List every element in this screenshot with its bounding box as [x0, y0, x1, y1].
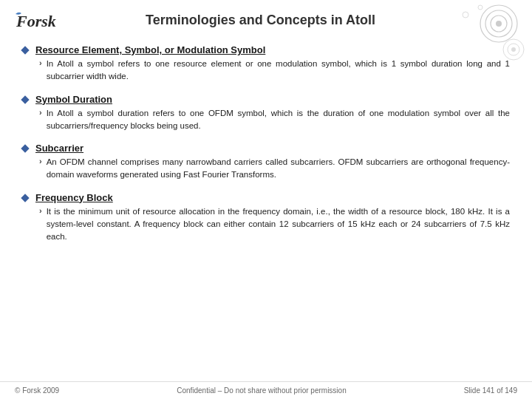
- section-4-text: It is the minimum unit of resource alloc…: [47, 205, 510, 244]
- diamond-icon-2: [21, 95, 29, 103]
- section-1-title: Resource Element, Symbol, or Modulation …: [35, 44, 510, 55]
- section-2-subitem: › In Atoll a symbol duration refers to o…: [39, 107, 510, 133]
- sub-arrow-3: ›: [39, 157, 42, 166]
- bullet-2: [22, 94, 35, 103]
- section-3-subitem: › An OFDM channel comprises many narrowb…: [39, 156, 510, 182]
- sub-arrow-1: ›: [39, 58, 42, 67]
- header: Forsk Terminologies and Concepts in Atol…: [0, 0, 532, 37]
- section-4-content: Frequency Block › It is the minimum unit…: [35, 192, 510, 244]
- section-frequency-block: Frequency Block › It is the minimum unit…: [22, 192, 510, 244]
- section-1-text: In Atoll a symbol refers to one resource…: [47, 58, 510, 83]
- sub-arrow-2: ›: [39, 108, 42, 117]
- page-title: Terminologies and Concepts in Atoll: [4, 13, 517, 28]
- diamond-icon-3: [21, 144, 29, 152]
- section-2-text: In Atoll a symbol duration refers to one…: [47, 107, 510, 133]
- section-1-subitem: › In Atoll a symbol refers to one resour…: [39, 58, 510, 83]
- bullet-1: [22, 44, 35, 53]
- diamond-icon-4: [21, 194, 29, 202]
- footer-copyright: © Forsk 2009: [15, 386, 59, 395]
- section-3-text: An OFDM channel comprises many narrowban…: [47, 156, 510, 182]
- section-4-title: Frequency Block: [35, 192, 510, 203]
- sub-arrow-4: ›: [39, 206, 42, 215]
- bullet-4: [22, 192, 35, 201]
- footer: © Forsk 2009 Confidential – Do not share…: [0, 381, 532, 399]
- footer-confidential: Confidential – Do not share without prio…: [177, 386, 347, 395]
- section-2-content: Symbol Duration › In Atoll a symbol dura…: [35, 94, 510, 133]
- section-subcarrier: Subcarrier › An OFDM channel comprises m…: [22, 143, 510, 182]
- section-4-subitem: › It is the minimum unit of resource all…: [39, 205, 510, 244]
- footer-slide: Slide 141 of 149: [464, 386, 517, 395]
- section-3-title: Subcarrier: [35, 143, 510, 154]
- section-symbol-duration: Symbol Duration › In Atoll a symbol dura…: [22, 94, 510, 133]
- section-3-content: Subcarrier › An OFDM channel comprises m…: [35, 143, 510, 182]
- section-1-content: Resource Element, Symbol, or Modulation …: [35, 44, 510, 83]
- bullet-3: [22, 143, 35, 151]
- section-2-title: Symbol Duration: [35, 94, 510, 105]
- main-content: Resource Element, Symbol, or Modulation …: [0, 37, 532, 261]
- diamond-icon: [21, 46, 29, 54]
- section-resource-element: Resource Element, Symbol, or Modulation …: [22, 44, 510, 83]
